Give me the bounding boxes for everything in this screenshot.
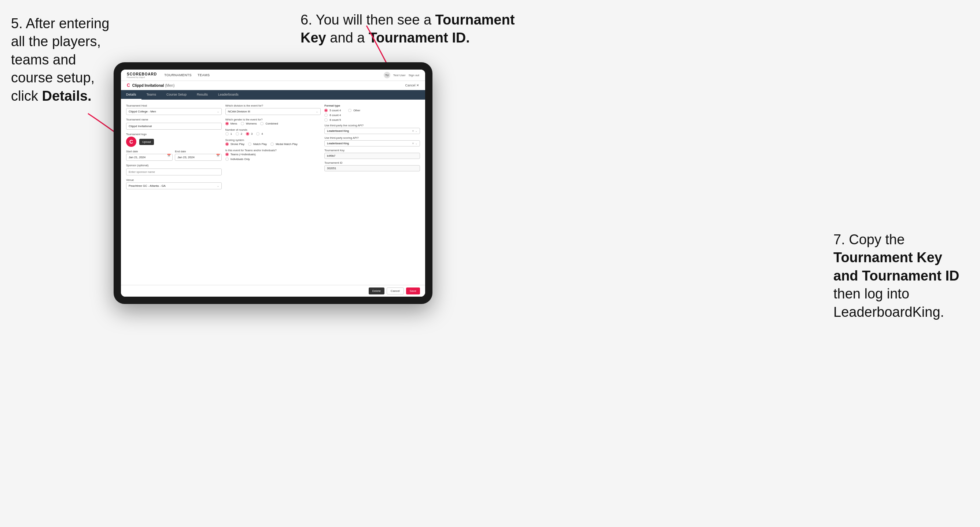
user-name: Test User	[393, 74, 406, 77]
rounds-4[interactable]: 4	[256, 132, 263, 135]
format-radios: 5 count 4 Other 6 count 4	[325, 109, 420, 122]
chevron-icon-2[interactable]: ⌄	[415, 142, 417, 145]
scoring-stroke-radio[interactable]	[225, 143, 229, 146]
format-6count4[interactable]: 6 count 4	[325, 114, 420, 117]
format-6count5[interactable]: 6 count 5	[325, 118, 420, 122]
scoring-match[interactable]: Match Play	[248, 143, 267, 146]
tournament-name-group: Tournament name	[126, 118, 222, 130]
upload-button[interactable]: Upload	[139, 139, 154, 145]
tournament-id-group: Tournament ID 302051	[325, 161, 420, 171]
logo-text: SCOREBOARD	[127, 72, 157, 76]
delete-button[interactable]: Delete	[369, 287, 385, 294]
logo-area: SCOREBOARD Powered by clippd	[127, 72, 157, 78]
teams-radios: Teams (+Individuals) Individuals Only	[225, 153, 321, 161]
annotation-right: 7. Copy the Tournament Key and Tournamen…	[834, 231, 962, 321]
nav-tournaments[interactable]: TOURNAMENTS	[164, 73, 192, 77]
format-5count4[interactable]: 5 count 4	[325, 109, 341, 112]
tournament-logo-label: Tournament logo	[126, 133, 222, 136]
teams-plus-individuals[interactable]: Teams (+Individuals)	[225, 153, 321, 156]
breadcrumb-icon: C	[127, 83, 130, 88]
tournament-id-label: Tournament ID	[325, 161, 420, 164]
gender-combined[interactable]: Combined	[260, 122, 278, 125]
breadcrumb-cancel[interactable]: Cancel ✕	[405, 84, 419, 87]
tab-details[interactable]: Details	[121, 90, 142, 100]
breadcrumb-tournament-name: Clippd Invitational (Men)	[132, 84, 175, 87]
format-other[interactable]: Other	[348, 109, 360, 112]
format-other-radio[interactable]	[348, 109, 352, 112]
third-party-1-value: Leaderboard King	[327, 129, 349, 133]
teams-group: Is this event for Teams and/or Individua…	[225, 149, 321, 161]
rounds-1-label: 1	[231, 132, 232, 135]
logo-upload-area: C Upload	[126, 137, 222, 147]
sign-out-link[interactable]: Sign out	[409, 74, 419, 77]
gender-combined-radio[interactable]	[260, 122, 264, 125]
save-button[interactable]: Save	[406, 287, 420, 294]
sponsor-group: Sponsor (optional)	[126, 164, 222, 175]
start-date-input[interactable]: Jan 21, 2024 📅	[126, 154, 173, 161]
gender-mens-radio[interactable]	[225, 122, 229, 125]
rounds-3-radio[interactable]	[246, 132, 249, 135]
rounds-1-radio[interactable]	[225, 132, 229, 135]
rounds-2-radio[interactable]	[235, 132, 239, 135]
format-group: Format type 5 count 4 Other	[325, 104, 420, 122]
format-5count4-radio[interactable]	[325, 109, 328, 112]
tournament-key-field: b4f9b7	[325, 153, 420, 159]
tournament-name-input[interactable]	[126, 123, 222, 130]
division-chevron: ⌄	[316, 110, 318, 113]
gender-womens[interactable]: Womens	[241, 122, 256, 125]
rounds-1[interactable]: 1	[225, 132, 232, 135]
individuals-radio[interactable]	[225, 157, 229, 161]
cancel-button[interactable]: Cancel	[387, 287, 404, 294]
tournament-host-select[interactable]: Clippd College - Men ⌄	[126, 108, 222, 115]
individuals-only[interactable]: Individuals Only	[225, 157, 321, 161]
scoring-medal[interactable]: Medal Match Play	[270, 143, 298, 146]
teams-label: Is this event for Teams and/or Individua…	[225, 149, 321, 152]
header-right: TU Test User Sign out	[384, 72, 419, 78]
third-party-1-field[interactable]: Leaderboard King ✕ ⌄	[325, 128, 420, 134]
tab-bar: Details Teams Course Setup Results Leade…	[121, 90, 425, 100]
format-other-label: Other	[353, 109, 360, 112]
annotation-top: 6. You will then see a Tournament Key an…	[301, 11, 520, 47]
calendar-icon-2: 📅	[216, 154, 220, 157]
teams-label-text: Teams (+Individuals)	[231, 153, 256, 156]
start-date-group: Start date Jan 21, 2024 📅	[126, 150, 173, 161]
clear-icon-1[interactable]: ✕	[412, 130, 414, 133]
scoring-stroke[interactable]: Stroke Play	[225, 143, 245, 146]
rounds-3[interactable]: 3	[246, 132, 253, 135]
clear-icon-2[interactable]: ✕	[412, 142, 414, 145]
tab-results[interactable]: Results	[192, 90, 213, 100]
tab-teams[interactable]: Teams	[142, 90, 162, 100]
form-mid-col: Which division is the event for? NCAA Di…	[225, 104, 321, 189]
tournament-id-value: 302051	[327, 167, 336, 170]
gender-radios: Mens Womens Combined	[225, 122, 321, 125]
rounds-4-label: 4	[261, 132, 263, 135]
tab-leaderboards[interactable]: Leaderboards	[213, 90, 244, 100]
rounds-2[interactable]: 2	[235, 132, 242, 135]
nav-teams[interactable]: TEAMS	[197, 73, 210, 77]
teams-radio[interactable]	[225, 153, 229, 156]
rounds-4-radio[interactable]	[256, 132, 259, 135]
end-date-input[interactable]: Jan 23, 2024 📅	[175, 154, 221, 161]
scoring-group: Scoring system Stroke Play Match Play	[225, 138, 321, 146]
chevron-icon-1[interactable]: ⌄	[415, 130, 417, 133]
scoring-radios: Stroke Play Match Play Medal Match Play	[225, 143, 321, 146]
sponsor-label: Sponsor (optional)	[126, 164, 222, 167]
third-party-1-label: Use third-party live scoring API?	[325, 124, 420, 127]
scoring-match-radio[interactable]	[248, 143, 251, 146]
tab-course-setup[interactable]: Course Setup	[161, 90, 192, 100]
division-select[interactable]: NCAA Division III ⌄	[225, 108, 321, 115]
gender-label: Which gender is the event for?	[225, 118, 321, 121]
format-6count5-radio[interactable]	[325, 118, 328, 122]
third-party-2-field[interactable]: Leaderboard King ✕ ⌄	[325, 140, 420, 146]
gender-womens-radio[interactable]	[241, 122, 244, 125]
format-6count5-label: 6 count 5	[329, 118, 341, 122]
sponsor-input[interactable]	[126, 168, 222, 175]
third-party-2-group: Use third-party scoring API? Leaderboard…	[325, 136, 420, 146]
start-date-value: Jan 21, 2024	[129, 156, 145, 159]
venue-chevron: ⌄	[217, 184, 219, 187]
date-group: Start date Jan 21, 2024 📅 End date Jan 2…	[126, 150, 222, 161]
scoring-medal-radio[interactable]	[270, 143, 274, 146]
gender-mens[interactable]: Mens	[225, 122, 237, 125]
venue-select[interactable]: Peachtree GC - Atlanta - GA ⌄	[126, 183, 222, 189]
format-6count4-radio[interactable]	[325, 114, 328, 117]
